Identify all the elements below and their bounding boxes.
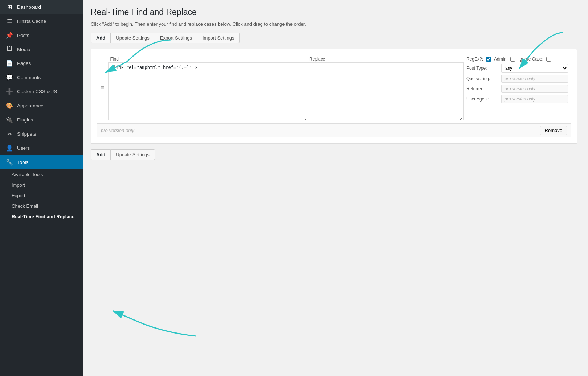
sidebar-item-label: Custom CSS & JS <box>17 89 57 94</box>
admin-checkbox[interactable] <box>510 57 515 62</box>
referrer-row: Referrer: pro version only <box>466 85 568 93</box>
replace-label: Replace: <box>307 55 464 62</box>
sidebar-item-snippets[interactable]: ✂ Snippets <box>0 127 83 141</box>
find-replace-row: ≡ Find: <link rel="amphtml" href="(.+)" … <box>97 55 571 120</box>
sidebar-item-media[interactable]: 🖼 Media <box>0 42 83 56</box>
sidebar: ⊞ Dashboard ☰ Kinsta Cache 📌 Posts 🖼 Med… <box>0 0 83 376</box>
sidebar-sub-export[interactable]: Export <box>0 190 83 201</box>
drag-handle[interactable]: ≡ <box>97 55 108 120</box>
sidebar-item-plugins[interactable]: 🔌 Plugins <box>0 113 83 127</box>
plugins-icon: 🔌 <box>5 116 13 123</box>
sidebar-item-label: Snippets <box>17 131 36 137</box>
sidebar-item-label: Media <box>17 47 30 52</box>
sidebar-item-custom-css-js[interactable]: ➕ Custom CSS & JS <box>0 84 83 99</box>
querystring-value: pro version only <box>501 75 568 83</box>
top-toolbar: Add Update Settings Export Settings Impo… <box>91 33 577 43</box>
sidebar-item-label: Kinsta Cache <box>17 18 46 24</box>
referrer-label: Referrer: <box>466 86 499 91</box>
arrow-realtime <box>83 296 207 340</box>
dashboard-icon: ⊞ <box>5 4 13 11</box>
update-settings-button-bottom[interactable]: Update Settings <box>110 149 155 160</box>
inline-options-row: RegEx?: Admin: Ignore Case: <box>464 55 571 62</box>
pages-icon: 📄 <box>5 60 13 67</box>
export-settings-button[interactable]: Export Settings <box>155 33 197 43</box>
replace-area: Replace: <box>307 55 464 120</box>
custom-css-js-icon: ➕ <box>5 88 13 95</box>
media-icon: 🖼 <box>5 46 13 53</box>
find-area: Find: <link rel="amphtml" href="(.+)" > <box>108 55 307 120</box>
sidebar-item-label: Tools <box>17 160 29 165</box>
sidebar-sub-available-tools[interactable]: Available Tools <box>0 169 83 180</box>
user-agent-value: pro version only <box>501 95 568 103</box>
sidebar-item-pages[interactable]: 📄 Pages <box>0 56 83 70</box>
post-type-select[interactable]: any <box>501 64 568 73</box>
sidebar-item-label: Appearance <box>17 103 44 108</box>
find-textarea[interactable]: <link rel="amphtml" href="(.+)" > <box>108 62 307 120</box>
sidebar-item-label: Dashboard <box>17 4 41 10</box>
ignore-case-checkbox[interactable] <box>546 57 551 62</box>
page-description: Click "Add" to begin. Then enter your fi… <box>91 21 577 27</box>
sidebar-item-kinsta-cache[interactable]: ☰ Kinsta Cache <box>0 14 83 28</box>
comments-icon: 💬 <box>5 74 13 81</box>
tools-icon: 🔧 <box>5 159 13 166</box>
pro-version-bar: pro version only Remove <box>97 123 571 137</box>
user-agent-row: User Agent: pro version only <box>466 95 568 103</box>
post-type-label: Post Type: <box>466 66 499 71</box>
snippets-icon: ✂ <box>5 131 13 137</box>
appearance-icon: 🎨 <box>5 102 13 109</box>
find-label: Find: <box>108 55 307 62</box>
sidebar-item-label: Pages <box>17 61 31 66</box>
sidebar-item-label: Posts <box>17 33 29 38</box>
regex-label: RegEx?: <box>466 57 483 62</box>
querystring-label: Querystring: <box>466 76 499 81</box>
post-type-row: Post Type: any <box>466 64 568 73</box>
main-content: Real-Time Find and Replace Click "Add" t… <box>83 0 588 376</box>
add-button-top[interactable]: Add <box>91 33 111 43</box>
sidebar-item-comments[interactable]: 💬 Comments <box>0 70 83 84</box>
user-agent-label: User Agent: <box>466 96 499 102</box>
update-settings-button-top[interactable]: Update Settings <box>110 33 155 43</box>
querystring-row: Querystring: pro version only <box>466 75 568 83</box>
options-grid: Post Type: any Querystring: pro version … <box>464 62 571 104</box>
users-icon: 👤 <box>5 145 13 152</box>
options-area: RegEx?: Admin: Ignore Case: Post Type: a… <box>464 55 571 120</box>
find-replace-card: ≡ Find: <link rel="amphtml" href="(.+)" … <box>91 49 577 144</box>
ignore-case-label: Ignore Case: <box>518 57 543 62</box>
sidebar-item-label: Users <box>17 145 30 151</box>
replace-textarea[interactable] <box>307 62 464 120</box>
referrer-value: pro version only <box>501 85 568 93</box>
regex-checkbox[interactable] <box>486 57 491 62</box>
import-settings-button[interactable]: Import Settings <box>197 33 240 43</box>
posts-icon: 📌 <box>5 32 13 39</box>
sidebar-sub-check-email[interactable]: Check Email <box>0 201 83 211</box>
add-button-bottom[interactable]: Add <box>91 149 111 160</box>
sidebar-sub-realtime-find-replace[interactable]: Real-Time Find and Replace <box>0 211 83 222</box>
sidebar-item-label: Comments <box>17 75 41 80</box>
sidebar-item-label: Plugins <box>17 117 33 123</box>
sidebar-item-users[interactable]: 👤 Users <box>0 141 83 155</box>
sidebar-item-tools[interactable]: 🔧 Tools <box>0 155 83 169</box>
kinsta-cache-icon: ☰ <box>5 18 13 25</box>
bottom-toolbar: Add Update Settings <box>91 149 577 160</box>
sidebar-item-appearance[interactable]: 🎨 Appearance <box>0 99 83 113</box>
sidebar-item-posts[interactable]: 📌 Posts <box>0 28 83 42</box>
page-title: Real-Time Find and Replace <box>91 7 577 17</box>
remove-button[interactable]: Remove <box>540 126 567 135</box>
drag-icon: ≡ <box>101 84 105 92</box>
pro-version-text: pro version only <box>101 128 134 133</box>
admin-label: Admin: <box>494 57 507 62</box>
sidebar-sub-import[interactable]: Import <box>0 180 83 190</box>
sidebar-item-dashboard[interactable]: ⊞ Dashboard <box>0 0 83 14</box>
